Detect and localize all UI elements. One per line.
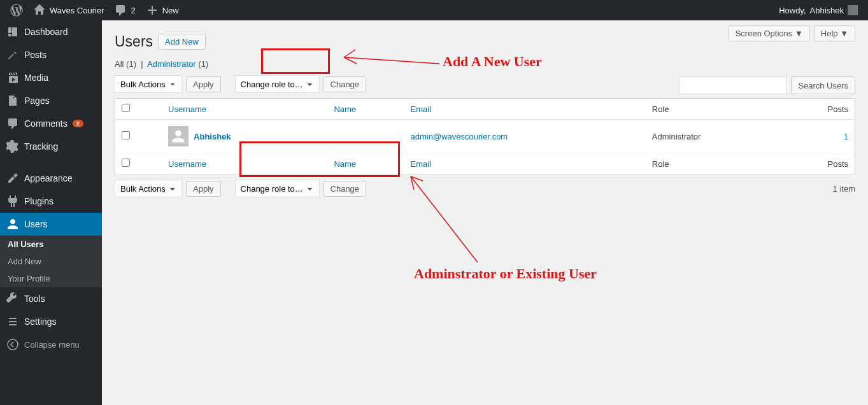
site-title: Waves Courier <box>50 6 104 15</box>
sidebar-item-plugins[interactable]: Plugins <box>0 190 102 213</box>
sidebar-item-label: Appearance <box>24 173 73 183</box>
search-users-button[interactable]: Search Users <box>791 76 855 94</box>
filter-admin-count: (1) <box>198 59 208 69</box>
sidebar-item-media[interactable]: Media <box>0 66 102 89</box>
select-all-checkbox[interactable] <box>122 159 130 167</box>
adminbar: Waves Courier 2 New Howdy, Abhishek <box>0 0 868 20</box>
wp-logo[interactable] <box>5 0 28 20</box>
select-all-checkbox[interactable] <box>122 104 130 112</box>
sidebar-item-tracking[interactable]: Tracking <box>0 135 102 158</box>
gear-icon <box>6 140 19 153</box>
collapse-label: Collapse menu <box>24 340 80 350</box>
sidebar-item-posts[interactable]: Posts <box>0 43 102 66</box>
sidebar-item-label: Tracking <box>24 141 58 152</box>
pin-icon <box>6 48 19 61</box>
apply-button[interactable]: Apply <box>186 76 221 92</box>
appearance-icon <box>6 172 19 185</box>
col-email[interactable]: Email <box>404 99 646 120</box>
col-name[interactable]: Name <box>327 153 404 174</box>
sidebar-item-label: Comments <box>24 118 68 129</box>
email-link[interactable]: admin@wavescourier.com <box>411 132 508 141</box>
plugin-icon <box>6 195 19 208</box>
howdy-prefix: Howdy, <box>779 6 806 15</box>
sidebar-item-comments[interactable]: Comments 2 <box>0 112 102 135</box>
settings-icon <box>6 315 19 328</box>
comments-link[interactable]: 2 <box>109 0 140 20</box>
page-title: Users <box>115 33 153 50</box>
new-label: New <box>162 6 179 15</box>
submenu-your-profile[interactable]: Your Profile <box>0 270 102 287</box>
sidebar-item-label: Tools <box>24 294 45 304</box>
media-icon <box>6 71 19 84</box>
home-icon <box>33 4 46 17</box>
change-button[interactable]: Change <box>324 76 367 92</box>
screen-options-button[interactable]: Screen Options ▼ <box>729 25 810 41</box>
change-role-select-bottom[interactable]: Change role to… <box>235 180 320 197</box>
col-name[interactable]: Name <box>327 99 404 120</box>
collapse-menu[interactable]: Collapse menu <box>0 333 102 356</box>
sidebar-item-label: Pages <box>24 96 50 106</box>
apply-button-bottom[interactable]: Apply <box>186 181 221 197</box>
wordpress-icon <box>10 4 23 17</box>
page-icon <box>6 94 19 107</box>
submenu-add-new[interactable]: Add New <box>0 253 102 270</box>
filter-admin-link[interactable]: Administrator <box>147 59 196 69</box>
bulk-actions-select[interactable]: Bulk Actions <box>115 75 182 93</box>
sidebar-item-users[interactable]: Users <box>0 213 102 236</box>
sidebar-item-label: Posts <box>24 50 46 60</box>
new-content[interactable]: New <box>141 0 184 20</box>
table-row: Abhishek admin@wavescourier.com Administ… <box>115 120 855 153</box>
col-username[interactable]: Username <box>162 153 327 174</box>
sidebar-item-label: Plugins <box>24 196 53 206</box>
sidebar-item-tools[interactable]: Tools <box>0 287 102 310</box>
filter-all-count: (1) <box>126 59 136 69</box>
sidebar-item-label: Dashboard <box>24 27 68 37</box>
change-button-bottom[interactable]: Change <box>324 181 367 197</box>
user-avatar-icon <box>168 126 189 146</box>
add-new-button[interactable]: Add New <box>158 34 206 50</box>
avatar-icon <box>848 5 858 15</box>
annotation-text-existing: Adminstrator or Existing User <box>414 266 597 282</box>
sidebar-item-pages[interactable]: Pages <box>0 89 102 112</box>
svg-point-0 <box>8 339 18 350</box>
admin-sidebar: Dashboard Posts Media Pages Comments 2 T… <box>0 20 102 405</box>
col-posts: Posts <box>781 153 855 174</box>
sidebar-item-label: Media <box>24 73 48 83</box>
posts-link[interactable]: 1 <box>844 132 848 141</box>
sidebar-item-dashboard[interactable]: Dashboard <box>0 20 102 43</box>
bulk-actions-select-bottom[interactable]: Bulk Actions <box>115 180 182 197</box>
sidebar-item-settings[interactable]: Settings <box>0 310 102 333</box>
col-role: Role <box>646 99 781 120</box>
col-email[interactable]: Email <box>404 153 646 174</box>
username-link[interactable]: Abhishek <box>194 132 231 141</box>
comments-badge: 2 <box>73 120 83 127</box>
submenu-all-users[interactable]: All Users <box>0 236 102 253</box>
filter-all-label[interactable]: All <box>115 59 124 69</box>
sidebar-item-label: Users <box>24 219 48 229</box>
collapse-icon <box>6 338 19 351</box>
sidebar-item-appearance[interactable]: Appearance <box>0 167 102 190</box>
select-all-bottom[interactable] <box>115 153 162 174</box>
role-cell: Administrator <box>646 120 781 153</box>
search-input[interactable] <box>679 76 787 94</box>
help-button[interactable]: Help ▼ <box>814 25 855 41</box>
col-posts: Posts <box>781 99 855 120</box>
plus-icon <box>146 4 159 17</box>
sidebar-item-label: Settings <box>24 316 57 327</box>
comment-icon <box>6 117 19 130</box>
site-name[interactable]: Waves Courier <box>28 0 109 20</box>
user-filters: All (1) | Administrator (1) <box>115 59 855 69</box>
col-username[interactable]: Username <box>162 99 327 120</box>
col-role: Role <box>646 153 781 174</box>
svg-line-2 <box>344 50 355 57</box>
change-role-select[interactable]: Change role to… <box>235 75 320 93</box>
users-table: Username Name Email Role Posts Abhishek <box>115 98 855 174</box>
my-account[interactable]: Howdy, Abhishek <box>774 0 863 20</box>
row-checkbox[interactable] <box>122 131 130 139</box>
dashboard-icon <box>6 25 19 38</box>
comment-icon <box>114 4 127 17</box>
name-cell <box>327 120 404 153</box>
select-all-top[interactable] <box>115 99 162 120</box>
howdy-name: Abhishek <box>810 6 844 15</box>
users-submenu: All Users Add New Your Profile <box>0 236 102 287</box>
